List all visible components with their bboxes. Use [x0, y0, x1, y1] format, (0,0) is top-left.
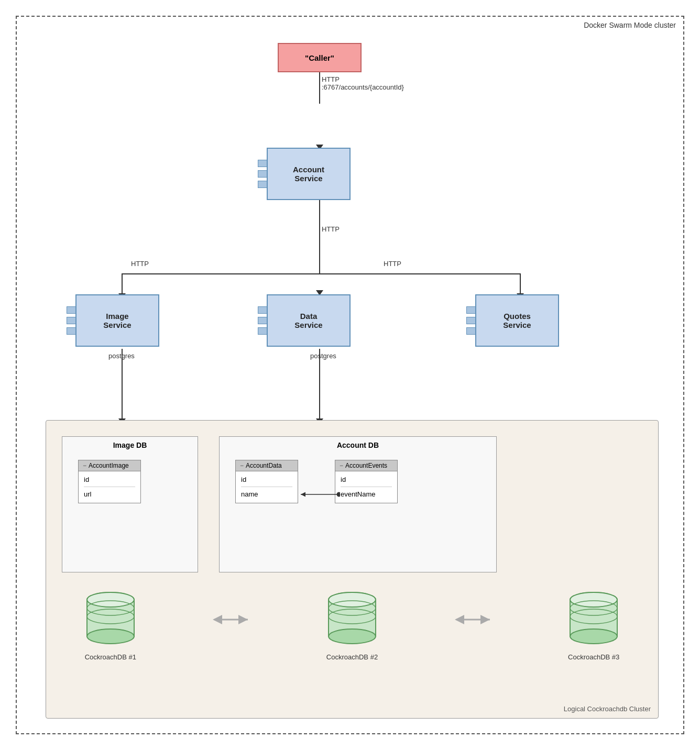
plug-1	[258, 160, 267, 167]
db-cluster: Logical Cockroachdb Cluster Image DB − A…	[46, 420, 659, 719]
account-events-name: AccountEvents	[345, 462, 387, 469]
plug-img-1	[67, 306, 76, 314]
http-label-left: HTTP	[131, 260, 149, 268]
field-url: url	[84, 488, 135, 500]
cylinder-svg-2	[323, 588, 381, 646]
caller-box: "Caller"	[278, 43, 362, 72]
cylinder-svg-1	[82, 588, 139, 646]
quotes-service-label: Quotes Service	[503, 312, 531, 329]
rel-arrow-svg	[298, 489, 340, 500]
field-eventname: eventName	[341, 488, 392, 500]
quotes-service-plugs	[466, 306, 476, 335]
plug-data-2	[258, 317, 267, 324]
image-to-db-line	[122, 349, 123, 422]
cockroach-label-2: CockroachDB #2	[326, 653, 378, 661]
svg-point-5	[87, 592, 134, 607]
data-service-wrapper: Data Service	[258, 294, 351, 347]
account-image-name: AccountImage	[89, 462, 129, 469]
account-events-header: − AccountEvents	[335, 460, 397, 471]
plug-data-3	[258, 327, 267, 335]
cylinder-svg-3	[565, 588, 622, 646]
account-data-table: − AccountData id name	[235, 460, 298, 503]
svg-point-11	[329, 629, 376, 644]
divider	[84, 487, 135, 487]
data-service-box: Data Service	[267, 294, 351, 347]
cockroach-row: CockroachDB #1	[46, 588, 658, 661]
account-data-name: AccountData	[246, 462, 282, 469]
plug-data-1	[258, 306, 267, 314]
field-name: name	[241, 488, 292, 500]
svg-point-4	[87, 629, 134, 644]
db-cluster-label: Logical Cockroachdb Cluster	[564, 705, 651, 713]
quotes-service-box: Quotes Service	[475, 294, 559, 347]
account-image-table: − AccountImage id url	[78, 460, 141, 503]
account-to-junction-v	[319, 200, 320, 273]
image-db-box: Image DB − AccountImage id url	[62, 436, 198, 572]
cockroach-label-1: CockroachDB #1	[85, 653, 136, 661]
account-db-title: Account DB	[220, 437, 496, 453]
plug-img-3	[67, 327, 76, 335]
cockroach-node-3: CockroachDB #3	[565, 588, 622, 661]
svg-point-12	[329, 592, 376, 607]
http-label-right: HTTP	[384, 260, 401, 268]
cockroach-label-3: CockroachDB #3	[568, 653, 619, 661]
plug-q-3	[466, 327, 476, 335]
divider2	[241, 487, 292, 487]
account-image-header: − AccountImage	[79, 460, 140, 471]
data-service-label: Data Service	[294, 312, 322, 329]
field-id-img: id	[84, 473, 135, 486]
plug-2	[258, 170, 267, 178]
http-label-1: HTTP:6767/accounts/{accountId}	[322, 75, 404, 91]
image-service-plugs	[67, 306, 76, 335]
account-db-box: Account DB − AccountData id name − Accou…	[219, 436, 497, 572]
account-events-table: − AccountEvents id eventName	[335, 460, 398, 503]
cockroach-node-1: CockroachDB #1	[82, 588, 139, 661]
divider3	[341, 487, 392, 487]
account-image-body: id url	[79, 471, 140, 503]
account-data-body: id name	[236, 471, 298, 503]
data-to-db-line	[319, 349, 320, 422]
double-arrow-2-3	[452, 612, 494, 627]
data-service-plugs	[258, 306, 267, 335]
plug-3	[258, 181, 267, 188]
cluster-label: Docker Swarm Mode cluster	[584, 21, 676, 29]
quotes-service-wrapper: Quotes Service	[466, 294, 559, 347]
image-db-title: Image DB	[62, 437, 198, 453]
image-service-label: Image Service	[103, 312, 131, 329]
double-arrow-1-2	[210, 612, 252, 627]
h-junction-line	[122, 273, 520, 274]
account-service-wrapper: Account Service	[258, 148, 351, 200]
cockroach-node-2: CockroachDB #2	[323, 588, 381, 661]
account-service-box: Account Service	[267, 148, 351, 200]
svg-point-18	[570, 629, 617, 644]
main-cluster-container: Docker Swarm Mode cluster "Caller" HTTP:…	[16, 16, 684, 734]
image-service-box: Image Service	[75, 294, 159, 347]
account-data-header: − AccountData	[236, 460, 298, 471]
image-service-wrapper: Image Service	[67, 294, 159, 347]
field-id-evt: id	[341, 473, 392, 486]
plug-q-2	[466, 317, 476, 324]
plug-img-2	[67, 317, 76, 324]
account-service-label: Account Service	[293, 165, 324, 183]
account-service-plugs	[258, 160, 267, 188]
svg-point-19	[570, 592, 617, 607]
plug-q-1	[466, 306, 476, 314]
account-events-body: id eventName	[335, 471, 397, 503]
http-label-center: HTTP	[322, 225, 340, 233]
postgres-label-2: postgres	[310, 352, 336, 360]
caller-to-account-line	[319, 72, 320, 104]
field-id-data: id	[241, 473, 292, 486]
caller-label: "Caller"	[305, 53, 334, 62]
